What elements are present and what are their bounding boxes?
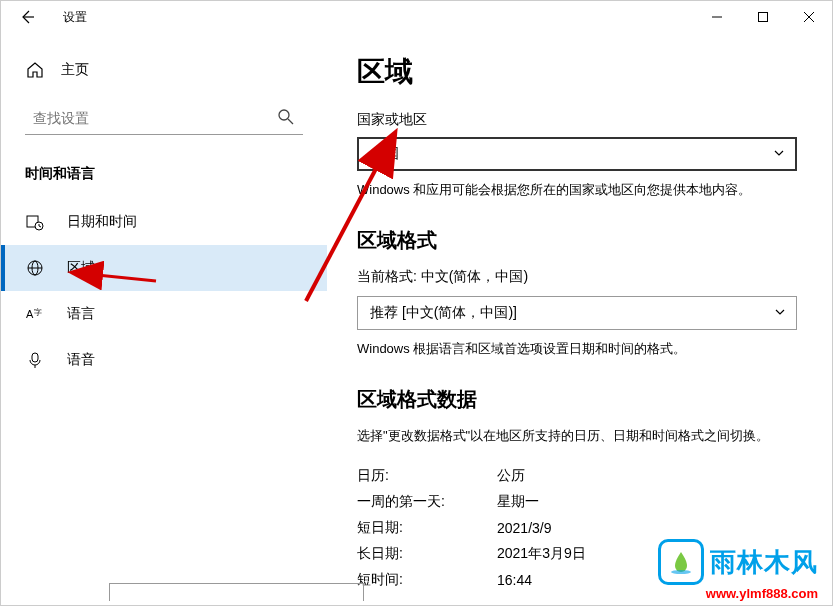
country-value: 中国	[371, 145, 399, 163]
sidebar-item-speech[interactable]: 语音	[1, 337, 327, 383]
calendar-clock-icon	[25, 213, 45, 231]
microphone-icon	[25, 351, 45, 369]
watermark-url: www.ylmf888.com	[706, 586, 818, 601]
home-icon	[25, 61, 45, 79]
format-value: 推荐 [中文(简体，中国)]	[370, 304, 517, 322]
country-label: 国家或地区	[357, 111, 802, 129]
svg-line-6	[288, 119, 293, 124]
watermark-brand: 雨林木风	[710, 545, 818, 580]
back-button[interactable]	[15, 5, 39, 29]
sidebar-item-language[interactable]: A字 语言	[1, 291, 327, 337]
sidebar-item-label: 日期和时间	[67, 213, 137, 231]
minimize-button[interactable]	[694, 1, 740, 33]
search-input[interactable]	[25, 101, 303, 135]
data-title: 区域格式数据	[357, 386, 802, 413]
sidebar-section-title: 时间和语言	[1, 155, 327, 199]
sidebar: 主页 时间和语言 日期和时间 区域 A字	[1, 33, 327, 605]
table-row: 日历: 公历	[357, 463, 802, 489]
chevron-down-icon	[774, 305, 786, 321]
main-content: 区域 国家或地区 中国 Windows 和应用可能会根据您所在的国家或地区向您提…	[327, 33, 832, 605]
svg-text:字: 字	[34, 308, 42, 317]
watermark: 雨林木风	[658, 539, 818, 585]
language-icon: A字	[25, 305, 45, 323]
chevron-down-icon	[773, 146, 785, 162]
sidebar-item-label: 语音	[67, 351, 95, 369]
home-label: 主页	[61, 61, 89, 79]
data-hint: 选择"更改数据格式"以在地区所支持的日历、日期和时间格式之间切换。	[357, 427, 802, 445]
search-icon	[277, 108, 295, 130]
maximize-button[interactable]	[740, 1, 786, 33]
svg-rect-2	[759, 13, 768, 22]
table-row: 短日期: 2021/3/9	[357, 515, 802, 541]
current-format: 当前格式: 中文(简体，中国)	[357, 268, 802, 286]
sidebar-item-label: 区域	[67, 259, 95, 277]
page-title: 区域	[357, 53, 802, 91]
country-dropdown[interactable]: 中国	[357, 137, 797, 171]
svg-point-5	[279, 110, 289, 120]
table-row: 一周的第一天: 星期一	[357, 489, 802, 515]
sidebar-item-datetime[interactable]: 日期和时间	[1, 199, 327, 245]
svg-point-22	[671, 570, 691, 574]
format-title: 区域格式	[357, 227, 802, 254]
window-title: 设置	[63, 9, 87, 26]
country-hint: Windows 和应用可能会根据您所在的国家或地区向您提供本地内容。	[357, 181, 802, 199]
close-button[interactable]	[786, 1, 832, 33]
svg-text:A: A	[26, 308, 34, 320]
sidebar-item-label: 语言	[67, 305, 95, 323]
svg-rect-16	[32, 353, 38, 362]
globe-icon	[25, 259, 45, 277]
sidebar-item-region[interactable]: 区域	[1, 245, 327, 291]
format-dropdown[interactable]: 推荐 [中文(简体，中国)]	[357, 296, 797, 330]
format-hint: Windows 根据语言和区域首选项设置日期和时间的格式。	[357, 340, 802, 358]
watermark-logo-icon	[658, 539, 704, 585]
home-nav[interactable]: 主页	[1, 53, 327, 87]
